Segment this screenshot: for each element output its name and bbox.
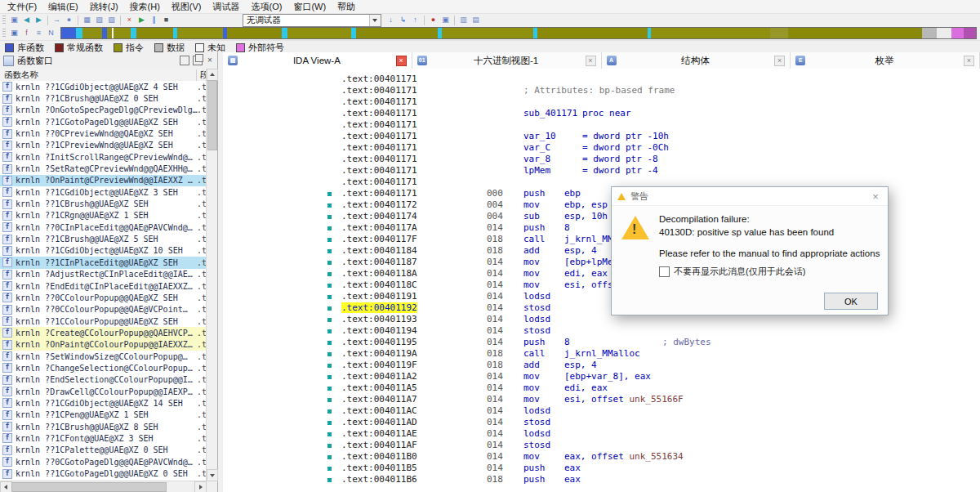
menu-item[interactable]: 选项(O) <box>246 0 288 13</box>
tab-十六进制视图-1[interactable]: 01十六进制视图-1× <box>412 52 602 69</box>
scroll-up-icon[interactable] <box>207 69 218 81</box>
menu-item[interactable]: 帮助 <box>332 0 361 13</box>
function-list-item[interactable]: fkrnln_??0CInPlaceEdit@@QAE@PAVCWnd@….t <box>0 221 207 233</box>
function-list-item[interactable]: fkrnln_?ChangeSelection@CColourPopup….t <box>0 362 207 373</box>
names-icon[interactable]: N <box>46 28 56 38</box>
function-list-item[interactable]: fkrnln_??0CColourPopup@@QAE@XZ_SEH.t <box>0 292 207 303</box>
function-list-item[interactable]: fkrnln_??1CRgn@@UAE@XZ_1_SEH.t <box>0 210 207 221</box>
scrollbar-thumb[interactable] <box>11 482 167 492</box>
tab-close-icon[interactable]: × <box>396 56 407 66</box>
menu-item[interactable]: 编辑(E) <box>42 0 84 13</box>
disasm-line[interactable]: .text:004011AE014lodsd <box>223 428 980 440</box>
desktop-icon[interactable]: ▤ <box>470 15 481 25</box>
tab-枚举[interactable]: E枚举× <box>791 52 980 69</box>
disasm-line[interactable]: .text:00401171 <box>223 96 980 108</box>
function-list-item[interactable]: fkrnln_??1CColourPopup@@UAE@XZ_SEH.t <box>0 315 207 327</box>
jump-icon[interactable]: → <box>51 15 62 25</box>
forward-icon[interactable]: ▶ <box>33 15 44 25</box>
debugger-selector[interactable]: 无调试器 <box>243 14 381 27</box>
function-list-item[interactable]: fkrnln_??1CBrush@@UAE@XZ_5_SEH.t <box>0 233 207 244</box>
menu-item[interactable]: 窗口(W) <box>287 0 332 13</box>
function-list-item[interactable]: fkrnln_?DrawCell@CColourPopup@@IAEXP….t <box>0 386 207 397</box>
run-to-return-icon[interactable]: ↑ <box>410 15 421 25</box>
menu-item[interactable]: 跳转(J) <box>84 0 124 13</box>
menu-item[interactable]: 文件(F) <box>2 0 42 13</box>
scroll-right-icon[interactable] <box>194 481 207 492</box>
toolbar-grip[interactable] <box>2 29 6 38</box>
function-list-item[interactable]: fkrnln_?EndSelection@CColourPopup@@I….t <box>0 374 207 386</box>
tab-close-icon[interactable]: × <box>964 56 974 66</box>
stop-debug-icon[interactable]: ■ <box>161 15 172 25</box>
disasm-line[interactable]: .text:004011A7014movesi, offset unk_5516… <box>223 394 980 405</box>
float-button[interactable] <box>193 56 203 65</box>
function-list-item[interactable]: fkrnln_??0CColourPopup@@QAE@VCPoint….t <box>0 304 207 315</box>
disasm-line[interactable]: .text:00401171 <box>223 74 980 85</box>
function-list-item[interactable]: fkrnln_??1CGdiObject@@UAE@XZ_3_SEH.t <box>0 186 207 198</box>
disasm-line[interactable]: .text:004011B0014moveax, offset unk_5516… <box>223 451 980 463</box>
save-icon[interactable]: ▣ <box>9 15 20 25</box>
disasm-line[interactable]: .text:00401195014push8; dwBytes <box>223 337 980 348</box>
ida-home-icon[interactable]: ▣ <box>9 28 20 38</box>
function-list-item[interactable]: fkrnln_??0CPreviewWnd@@QAE@XZ_SEH.t <box>0 127 207 139</box>
search-icon[interactable]: ● <box>64 15 74 25</box>
back-icon[interactable]: ◀ <box>21 15 32 25</box>
enum-view-icon[interactable]: ▨ <box>106 15 117 25</box>
function-list-item[interactable]: fkrnln_??1CPalette@@UAE@XZ_0_SEH.t <box>0 445 207 456</box>
menu-item[interactable]: 视图(V) <box>166 0 207 13</box>
disasm-line[interactable]: .text:004011A5014movedi, eax <box>223 382 980 394</box>
cancel-debug-icon[interactable]: × <box>124 15 135 25</box>
function-list-item[interactable]: fkrnln_??1CGdiObject@@UAE@XZ_10_SEH.t <box>0 245 207 257</box>
function-list-item[interactable]: fkrnln_?Create@CColourPopup@@QAEHVCP….t <box>0 327 207 338</box>
functions-icon[interactable]: f <box>21 28 32 38</box>
navigation-band[interactable] <box>60 27 977 39</box>
function-list-item[interactable]: fkrnln_??1CBrush@@UAE@XZ_0_SEH.t <box>0 92 207 104</box>
function-list-item[interactable]: fkrnln_??1CGdiObject@@UAE@XZ_4_SEH.t <box>0 81 207 92</box>
function-list-item[interactable]: fkrnln_??1CFont@@UAE@XZ_3_SEH.t <box>0 432 207 444</box>
disasm-line[interactable]: .text:004011AC014lodsd <box>223 405 980 417</box>
disasm-line[interactable]: .text:00401171; Attributes: bp-based fra… <box>223 85 980 96</box>
function-list-item[interactable]: fkrnln_??1CGdiObject@@UAE@XZ_14_SEH.t <box>0 397 207 409</box>
disasm-line[interactable]: .text:004011AD014stosd <box>223 417 980 428</box>
menu-item[interactable]: 调试器 <box>207 0 246 13</box>
horizontal-scrollbar[interactable] <box>0 481 207 492</box>
disasm-line[interactable]: .text:004011A2014mov[ebp+var_8], eax <box>223 371 980 382</box>
tab-close-icon[interactable]: × <box>774 56 785 66</box>
vertical-scrollbar[interactable] <box>206 69 217 481</box>
scroll-left-icon[interactable] <box>0 481 12 492</box>
function-list-item[interactable]: fkrnln_?SetRate@CPreviewWnd@@QAEXHH@….t <box>0 163 207 174</box>
function-list-item[interactable]: fkrnln_?OnPaint@CPreviewWnd@@IAEXXZ_….t <box>0 175 207 186</box>
ok-button[interactable]: OK <box>824 293 878 310</box>
function-list-item[interactable]: fkrnln_??1CPen@@UAE@XZ_1_SEH.t <box>0 409 207 421</box>
menu-item[interactable]: 搜索(H) <box>124 0 166 13</box>
function-list-item[interactable]: fkrnln_??1CPreviewWnd@@UAE@XZ_SEH.t <box>0 140 207 151</box>
disasm-line[interactable]: .text:00401171var_8= dword ptr -8 <box>223 154 980 165</box>
panel-close-icon[interactable]: × <box>206 56 214 65</box>
function-list-item[interactable]: fkrnln_??0CGotoPageDlg@@QAE@PAVCWnd@….t <box>0 456 207 467</box>
debug-settings-icon[interactable]: ▣ <box>440 15 451 25</box>
step-into-icon[interactable]: ↓ <box>385 15 396 25</box>
function-list-item[interactable]: fkrnln_?EndEdit@CInPlaceEdit@@IAEXXZ….t <box>0 280 207 292</box>
function-list-item[interactable]: fkrnln_?AdjustRect@CInPlaceEdit@@IAE….t <box>0 269 207 280</box>
function-list-item[interactable]: fkrnln_??1CBrush@@UAE@XZ_SEH.t <box>0 198 207 209</box>
function-list-item[interactable]: fkrnln_??1CGotoPageDlg@@UAE@XZ_0_SEH.t <box>0 467 207 479</box>
function-list-item[interactable]: fkrnln_?OnGotoSpecPageDlg@CPreviewDlg….t <box>0 105 207 116</box>
function-list-item[interactable]: fkrnln_??1CBrush@@UAE@XZ_8_SEH.t <box>0 421 207 432</box>
tab-close-icon[interactable]: × <box>586 56 596 66</box>
disasm-line[interactable]: .text:00401171var_10= dword ptr -10h <box>223 131 980 142</box>
data-view-icon[interactable]: ▦ <box>82 15 92 25</box>
disasm-line[interactable]: .text:0040119F018addesp, 4 <box>223 360 980 371</box>
disasm-line[interactable]: .text:00401171lpMem= dword ptr -4 <box>223 165 980 177</box>
scrollbar-thumb[interactable] <box>207 80 217 150</box>
disasm-line[interactable]: .text:004011AF014stosd <box>223 440 980 451</box>
dont-show-again-checkbox[interactable] <box>659 266 670 277</box>
function-list-item[interactable]: fkrnln_??1CGotoPageDlg@@UAE@XZ_SEH.t <box>0 116 207 127</box>
step-over-icon[interactable]: ↳ <box>398 15 408 25</box>
function-list-item[interactable]: fkrnln_??1CInPlaceEdit@@UAE@XZ_SEH.t <box>0 257 207 268</box>
tab-IDA View-A[interactable]: ▤IDA View-A× <box>223 52 412 69</box>
disasm-line[interactable]: .text:00401171 <box>223 119 980 131</box>
segments-icon[interactable]: ≡ <box>33 28 44 38</box>
disasm-line[interactable]: .text:00401194014stosd <box>223 325 980 337</box>
function-list-item[interactable]: fkrnln_?InitScrollRange@CPreviewWnd@….t <box>0 151 207 163</box>
disasm-line[interactable]: .text:004011B6018pusheax <box>223 474 980 485</box>
struct-view-icon[interactable]: ▧ <box>94 15 105 25</box>
